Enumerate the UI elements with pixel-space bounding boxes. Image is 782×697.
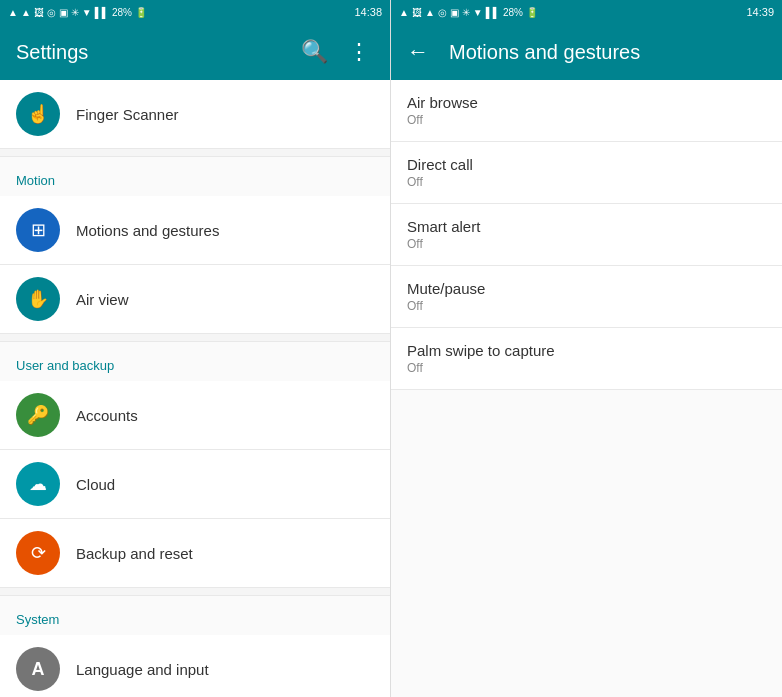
accounts-icon: 🔑 [16,393,60,437]
language-input-label: Language and input [76,661,209,678]
smart-alert-title: Smart alert [407,218,766,235]
right-content: Air browse Off Direct call Off Smart ale… [391,80,782,697]
finger-scanner-item[interactable]: ☝ Finger Scanner [0,80,390,149]
gap-3 [0,588,390,596]
palm-swipe-item[interactable]: Palm swipe to capture Off [391,328,782,390]
right-panel: ▲ 🖼 ▲ ◎ ▣ ✳ ▼ ▌▌ 28% 🔋 14:39 ← Motions a… [391,0,782,697]
battery-percent-left: 28% [112,7,132,18]
battery-icon-left: 🔋 [135,7,147,18]
r-battery-percent: 28% [503,7,523,18]
right-app-bar: ← Motions and gestures [391,24,782,80]
backup-reset-text: Backup and reset [76,545,193,562]
motions-gestures-icon: ⊞ [16,208,60,252]
smart-alert-subtitle: Off [407,237,766,251]
cloud-icon: ☁ [16,462,60,506]
air-browse-item[interactable]: Air browse Off [391,80,782,142]
r-signal-icon: ▌▌ [486,7,500,18]
air-view-label: Air view [76,291,129,308]
r-battery-icon: 🔋 [526,7,538,18]
r-image-icon: 🖼 [412,7,422,18]
backup-reset-label: Backup and reset [76,545,193,562]
cloud-item[interactable]: ☁ Cloud [0,450,390,519]
backup-reset-icon: ⟳ [16,531,60,575]
search-button[interactable]: 🔍 [297,35,332,69]
motion-section-header: Motion [0,157,390,196]
motions-gestures-title: Motions and gestures [449,41,766,64]
r-square-icon: ▣ [450,7,459,18]
warning-icon-2: ▲ [21,7,31,18]
right-time: 14:39 [746,6,774,18]
signal-icon: ▌▌ [95,7,109,18]
palm-swipe-title: Palm swipe to capture [407,342,766,359]
motions-gestures-item[interactable]: ⊞ Motions and gestures [0,196,390,265]
mute-pause-title: Mute/pause [407,280,766,297]
direct-call-subtitle: Off [407,175,766,189]
air-browse-subtitle: Off [407,113,766,127]
motions-gestures-label: Motions and gestures [76,222,219,239]
left-time: 14:38 [354,6,382,18]
left-app-bar: Settings 🔍 ⋮ [0,24,390,80]
right-status-icons: ▲ 🖼 ▲ ◎ ▣ ✳ ▼ ▌▌ 28% 🔋 [399,7,538,18]
accounts-item[interactable]: 🔑 Accounts [0,381,390,450]
r-warning-icon-1: ▲ [399,7,409,18]
bluetooth-icon: ✳ [71,7,79,18]
mute-pause-item[interactable]: Mute/pause Off [391,266,782,328]
cloud-label: Cloud [76,476,115,493]
left-content: ☝ Finger Scanner Motion ⊞ Motions and ge… [0,80,390,697]
back-button[interactable]: ← [407,39,429,65]
air-view-item[interactable]: ✋ Air view [0,265,390,334]
left-status-icons: ▲ ▲ 🖼 ◎ ▣ ✳ ▼ ▌▌ 28% 🔋 [8,7,147,18]
warning-icon-1: ▲ [8,7,18,18]
circle-icon: ◎ [47,7,56,18]
air-view-icon: ✋ [16,277,60,321]
mute-pause-subtitle: Off [407,299,766,313]
left-status-bar: ▲ ▲ 🖼 ◎ ▣ ✳ ▼ ▌▌ 28% 🔋 14:38 [0,0,390,24]
language-input-icon: A [16,647,60,691]
r-bluetooth-icon: ✳ [462,7,470,18]
r-wifi-icon: ▼ [473,7,483,18]
palm-swipe-subtitle: Off [407,361,766,375]
language-input-item[interactable]: A Language and input [0,635,390,697]
accounts-label: Accounts [76,407,138,424]
wifi-icon: ▼ [82,7,92,18]
left-panel: ▲ ▲ 🖼 ◎ ▣ ✳ ▼ ▌▌ 28% 🔋 14:38 Settings 🔍 … [0,0,391,697]
square-icon: ▣ [59,7,68,18]
cloud-text: Cloud [76,476,115,493]
backup-reset-item[interactable]: ⟳ Backup and reset [0,519,390,588]
right-status-bar: ▲ 🖼 ▲ ◎ ▣ ✳ ▼ ▌▌ 28% 🔋 14:39 [391,0,782,24]
gap-2 [0,334,390,342]
air-view-text: Air view [76,291,129,308]
finger-scanner-icon: ☝ [16,92,60,136]
r-warning-icon-2: ▲ [425,7,435,18]
language-input-text: Language and input [76,661,209,678]
air-browse-title: Air browse [407,94,766,111]
direct-call-title: Direct call [407,156,766,173]
image-icon: 🖼 [34,7,44,18]
system-section-header: System [0,596,390,635]
finger-scanner-text: Finger Scanner [76,106,179,123]
gap-1 [0,149,390,157]
smart-alert-item[interactable]: Smart alert Off [391,204,782,266]
accounts-text: Accounts [76,407,138,424]
more-options-button[interactable]: ⋮ [344,35,374,69]
direct-call-item[interactable]: Direct call Off [391,142,782,204]
r-circle-icon: ◎ [438,7,447,18]
finger-scanner-label: Finger Scanner [76,106,179,123]
user-backup-section-header: User and backup [0,342,390,381]
settings-title: Settings [16,41,285,64]
motions-gestures-text: Motions and gestures [76,222,219,239]
